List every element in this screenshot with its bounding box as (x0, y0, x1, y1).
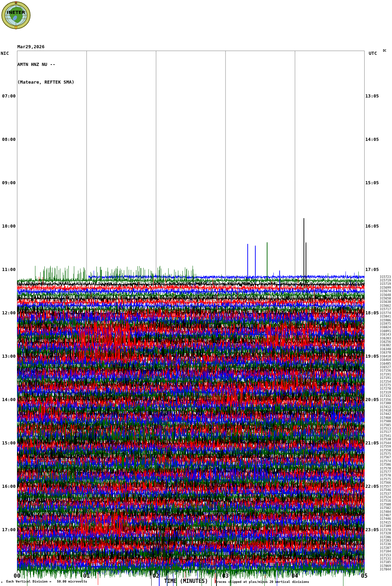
trace-dc-number: 316464 (368, 358, 391, 362)
trace-dc-number: 317442 (368, 413, 391, 416)
trace-dc-number: 317319 (368, 391, 391, 394)
trace-dc-number: 317184 (368, 550, 391, 553)
trace-dc-number: 317415 (368, 521, 391, 524)
trace-dc-number: 317105 (368, 561, 391, 564)
trace-dc-number: 316143 (368, 333, 391, 336)
trace-dc-number: 317412 (368, 406, 391, 409)
right-hour-label: 17:05 (365, 267, 386, 272)
minute-tick-label: 02 (148, 572, 163, 579)
trace-dc-number: 316527 (368, 366, 391, 369)
trace-dc-number: 317467 (368, 514, 391, 517)
minute-tick-label: 00 (9, 572, 25, 579)
trace-dc-number: 317505 (368, 424, 391, 427)
right-axis-label: UTC (369, 51, 377, 56)
trace-dc-number: 316418 (368, 355, 391, 358)
trace-dc-number: 315774 (368, 312, 391, 315)
trace-dc-number: 317207 (368, 546, 391, 550)
trace-dc-number: 315662 (368, 304, 391, 307)
trace-dc-number: 317570 (368, 474, 391, 477)
dc-label: DC (383, 49, 386, 52)
logo-ineter-text: INETER (7, 10, 25, 15)
trace-dc-number: 317254 (368, 380, 391, 383)
trace-dc-number: 317541 (368, 434, 391, 438)
right-hour-label: 13:05 (365, 93, 386, 99)
trace-dc-number: 317578 (368, 467, 391, 470)
trace-dc-number: 316203 (368, 337, 391, 340)
trace-dc-number: 316485 (368, 362, 391, 365)
trace-dc-number: 315638 (368, 300, 391, 304)
right-hour-label: 16:05 (365, 223, 386, 229)
trace-dc-number: 316256 (368, 340, 391, 343)
trace-dc-number: 317538 (368, 438, 391, 441)
left-hour-label: 14:00 (0, 397, 16, 402)
minute-tick-label: 04 (287, 572, 302, 579)
ineter-logo: INETER (1, 1, 31, 30)
trace-dc-number: 317559 (368, 445, 391, 448)
trace-dc-number: 317236 (368, 543, 391, 546)
trace-dc-number: 317131 (368, 557, 391, 560)
trace-dc-number: 317270 (368, 387, 391, 390)
trace-dc-number: 317557 (368, 485, 391, 488)
left-hour-label: 10:00 (0, 223, 16, 229)
trace-dc-number: 317524 (368, 496, 391, 499)
trace-dc-number: 317513 (368, 427, 391, 430)
left-hour-label: 11:00 (0, 267, 16, 272)
trace-dc-number: 315650 (368, 297, 391, 300)
left-hour-label: 16:00 (0, 484, 16, 489)
trace-dc-number: 317567 (368, 456, 391, 459)
trace-dc-number: 317370 (368, 528, 391, 532)
trace-dc-number: 316370 (368, 351, 391, 354)
trace-dc-number: 317516 (368, 499, 391, 502)
trace-dc-number: 315719 (368, 279, 391, 282)
trace-dc-number: 315906 (368, 319, 391, 322)
x-axis-title: TIME (MINUTES) (164, 578, 208, 584)
trace-dc-number: 317418 (368, 409, 391, 412)
minute-tick-label: 01 (79, 572, 94, 579)
left-hour-label: 15:00 (0, 440, 16, 446)
header-station: AMTN HNZ NU -- (17, 61, 74, 67)
trace-dc-number: 315674 (368, 290, 391, 293)
left-hour-label: 17:00 (0, 527, 16, 533)
trace-dc-number: 315841 (368, 315, 391, 318)
trace-dc-number: 317044 (368, 568, 391, 571)
left-hour-label: 13:00 (0, 354, 16, 359)
left-axis-label: NIC (1, 51, 9, 56)
trace-dc-number: 315717 (368, 308, 391, 311)
minute-tick-label: 03 (218, 572, 233, 579)
trace-dc-number: 315699 (368, 286, 391, 289)
trace-dc-number: 317500 (368, 420, 391, 423)
trace-dc-number: 317537 (368, 492, 391, 495)
trace-dc-number: 317484 (368, 510, 391, 513)
trace-dc-number: 317586 (368, 463, 391, 466)
trace-dc-number: 316024 (368, 326, 391, 329)
trace-dc-number: 317286 (368, 536, 391, 539)
header-date: Mar29,2026 (17, 44, 74, 50)
trace-dc-number: 317069 (368, 564, 391, 568)
trace-dc-number: 317575 (368, 452, 391, 456)
trace-dc-number: 316091 (368, 330, 391, 333)
trace-dc-number: 317380 (368, 402, 391, 405)
trace-dc-number: 317191 (368, 376, 391, 380)
trace-dc-number: 316302 (368, 344, 391, 347)
trace-dc-number: 317517 (368, 431, 391, 434)
left-hour-label: 07:00 (0, 93, 16, 99)
trace-dc-number: 317546 (368, 489, 391, 492)
trace-dc-number: 317574 (368, 460, 391, 463)
trace-dc-number: 317389 (368, 525, 391, 528)
left-hour-label: 12:00 (0, 310, 16, 316)
trace-dc-number: 317356 (368, 398, 391, 401)
trace-dc-number: 317153 (368, 554, 391, 557)
right-hour-label: 15:05 (365, 180, 386, 186)
trace-dc-number: 317577 (368, 470, 391, 474)
left-hour-label: 08:00 (0, 137, 16, 142)
footer-x-marker: x (1, 581, 2, 584)
trace-dc-number: 317502 (368, 507, 391, 510)
trace-dc-number: 317575 (368, 478, 391, 481)
trace-dc-number: 317566 (368, 481, 391, 484)
right-hour-label: 14:05 (365, 137, 386, 142)
trace-dc-number: 317544 (368, 442, 391, 445)
trace-dc-number: 317275 (368, 384, 391, 387)
header-location: (Mateare, REFTEK SMA) (17, 79, 74, 85)
trace-dc-number: 317156 (368, 369, 391, 372)
trace-dc-number: 317191 (368, 373, 391, 376)
